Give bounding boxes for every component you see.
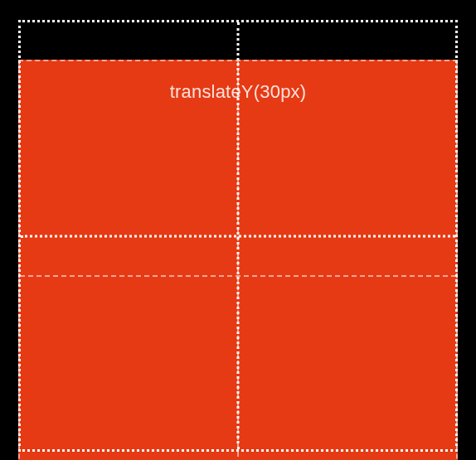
- translated-box: [18, 60, 458, 460]
- diagram-stage: translateY(30px): [18, 8, 458, 452]
